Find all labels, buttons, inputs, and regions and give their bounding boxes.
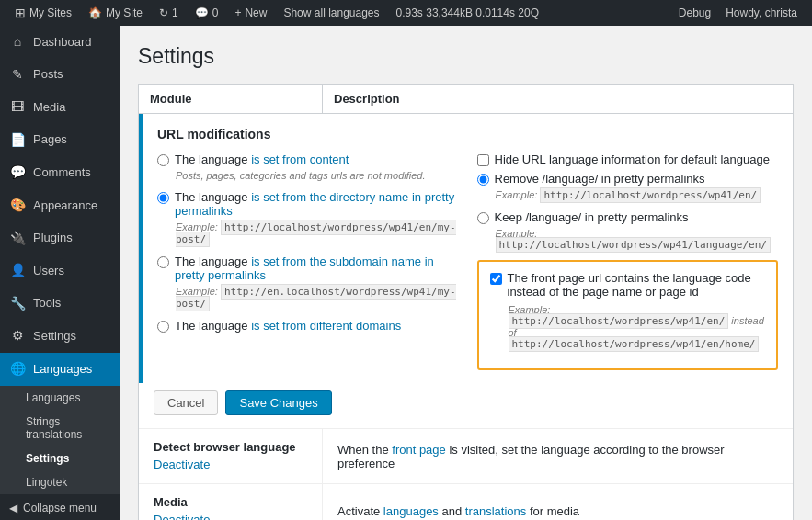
sidebar-item-settings[interactable]: ⚙ Settings bbox=[0, 320, 120, 353]
pages-icon: 📄 bbox=[9, 131, 26, 150]
radio-4-label: The language is set from different domai… bbox=[175, 319, 401, 333]
sidebar-item-users[interactable]: 👤 Users bbox=[0, 254, 120, 288]
users-icon: 👤 bbox=[9, 262, 26, 280]
updates-button[interactable]: ↻ 1 bbox=[152, 0, 186, 26]
module-row-1: Media Deactivate Activate languages and … bbox=[139, 483, 793, 520]
checkbox-hide-url: Hide URL language information for defaul… bbox=[477, 153, 779, 166]
admin-bar: ⊞ My Sites 🏠 My Site ↻ 1 💬 0 + New Show … bbox=[0, 0, 812, 26]
buttons-row: Cancel Save Changes bbox=[139, 383, 793, 428]
radio-content[interactable] bbox=[157, 154, 169, 166]
sidebar-item-dashboard[interactable]: ⌂ Dashboard bbox=[0, 26, 120, 59]
settings-icon: ⚙ bbox=[9, 327, 26, 345]
plus-icon: + bbox=[234, 6, 241, 19]
module-left-0: Detect browser language Deactivate bbox=[139, 429, 323, 483]
table-header: Module Description bbox=[139, 85, 793, 114]
sidebar-item-languages[interactable]: 🌐 Languages bbox=[0, 353, 120, 386]
collapse-menu-button[interactable]: ◀ Collapse menu bbox=[0, 494, 120, 520]
checkbox-hide-url-label: Hide URL language information for defaul… bbox=[495, 153, 770, 166]
cancel-button[interactable]: Cancel bbox=[154, 390, 218, 415]
radio-remove-label: Remove /language/ in pretty permalinks bbox=[495, 172, 705, 186]
sidebar-sub-strings-translations[interactable]: Strings translations bbox=[0, 410, 120, 447]
radio-subdomain[interactable] bbox=[157, 256, 169, 268]
media-icon: 🎞 bbox=[9, 98, 26, 117]
languages-icon: 🌐 bbox=[9, 360, 26, 379]
sidebar-item-plugins[interactable]: 🔌 Plugins bbox=[0, 222, 120, 255]
radio-row-2: The language is set from the directory n… bbox=[157, 190, 459, 218]
sidebar-languages-submenu: Languages Strings translations Settings … bbox=[0, 386, 120, 494]
collapse-icon: ◀ bbox=[9, 502, 17, 514]
example-front-page: Example: http://localhost/wordpress/wp41… bbox=[509, 304, 766, 350]
url-left-col: The language is set from content Posts, … bbox=[157, 153, 459, 370]
module-row-0: Detect browser language Deactivate When … bbox=[139, 428, 793, 483]
radio-1-link[interactable]: is set from content bbox=[251, 153, 349, 166]
radio-2-link[interactable]: is set from the directory name in pretty… bbox=[175, 190, 454, 218]
radio-3-label: The language is set from the subdomain n… bbox=[175, 254, 459, 282]
radio-directory[interactable] bbox=[157, 192, 169, 204]
appearance-icon: 🎨 bbox=[9, 197, 26, 215]
checkbox-front-page-input[interactable] bbox=[490, 273, 502, 285]
radio-3-link[interactable]: is set from the subdomain name in pretty… bbox=[175, 254, 434, 282]
front-page-link-0[interactable]: front page bbox=[392, 443, 446, 457]
sidebar-item-media[interactable]: 🎞 Media bbox=[0, 91, 120, 124]
radio-remove-input[interactable] bbox=[477, 174, 489, 186]
debug-button[interactable]: Debug bbox=[671, 0, 718, 26]
url-grid: The language is set from content Posts, … bbox=[157, 153, 778, 370]
url-section-content: URL modifications The language is set fr… bbox=[143, 114, 793, 383]
module-name-0: Detect browser language bbox=[154, 440, 307, 454]
howdy-menu[interactable]: Howdy, christa bbox=[718, 0, 805, 26]
example-1-text: Posts, pages, categories and tags urls a… bbox=[176, 170, 459, 181]
checkbox-front-page: The front page url contains the language… bbox=[490, 271, 766, 299]
radio-1-label: The language is set from content bbox=[175, 153, 349, 166]
my-site-link[interactable]: 🏠 My Site bbox=[81, 0, 150, 26]
module-deactivate-1[interactable]: Deactivate bbox=[154, 513, 210, 520]
sidebar-item-pages[interactable]: 📄 Pages bbox=[0, 124, 120, 157]
comment-icon: 💬 bbox=[195, 6, 209, 19]
tools-icon: 🔧 bbox=[9, 295, 26, 313]
admin-bar-right: Debug Howdy, christa bbox=[671, 0, 805, 26]
radio-row-3: The language is set from the subdomain n… bbox=[157, 254, 459, 282]
page-title: Settings bbox=[138, 44, 794, 69]
radio-4-link[interactable]: is set from different domains bbox=[251, 319, 401, 333]
sidebar-item-comments[interactable]: 💬 Comments bbox=[0, 156, 120, 189]
settings-box: Module Description URL modifications The… bbox=[138, 84, 794, 520]
checkbox-front-page-label: The front page url contains the language… bbox=[508, 271, 766, 299]
languages-link-1[interactable]: languages bbox=[383, 504, 439, 518]
translations-link-1[interactable]: translations bbox=[465, 504, 526, 518]
sidebar-item-posts[interactable]: ✎ Posts bbox=[0, 59, 120, 92]
module-desc-1: Activate languages and translations for … bbox=[323, 484, 793, 520]
sidebar-sub-lingotek[interactable]: Lingotek bbox=[0, 470, 120, 494]
highlight-box: The front page url contains the language… bbox=[477, 260, 779, 370]
home-icon: 🏠 bbox=[88, 6, 102, 19]
col-module-header: Module bbox=[139, 85, 323, 113]
example-3-text: Example: http://en.localhost/wordpress/w… bbox=[176, 286, 459, 310]
radio-keep-input[interactable] bbox=[477, 212, 489, 224]
url-section-title: URL modifications bbox=[157, 127, 778, 141]
checkbox-hide-url-input[interactable] bbox=[477, 154, 489, 166]
new-content-button[interactable]: + New bbox=[227, 0, 274, 26]
example-remove-text: Example: http://localhost/wordpress/wp41… bbox=[496, 189, 779, 201]
module-deactivate-0[interactable]: Deactivate bbox=[154, 458, 210, 471]
save-changes-button[interactable]: Save Changes bbox=[225, 390, 331, 415]
radio-keep-label: Keep /language/ in pretty permalinks bbox=[495, 210, 689, 224]
radio-row-1: The language is set from content bbox=[157, 153, 459, 166]
sidebar-item-tools[interactable]: 🔧 Tools bbox=[0, 288, 120, 321]
sidebar-sub-settings[interactable]: Settings bbox=[0, 447, 120, 470]
col-description-header: Description bbox=[323, 85, 793, 113]
sidebar-item-appearance[interactable]: 🎨 Appearance bbox=[0, 189, 120, 222]
layout: ⌂ Dashboard ✎ Posts 🎞 Media 📄 Pages 💬 Co… bbox=[0, 26, 812, 520]
refresh-icon: ↻ bbox=[159, 6, 168, 19]
radio-2-label: The language is set from the directory n… bbox=[175, 190, 459, 218]
example-keep-text: Example: http://localhost/wordpress/wp41… bbox=[496, 228, 779, 251]
url-modifications-section: URL modifications The language is set fr… bbox=[139, 114, 793, 383]
comments-button[interactable]: 💬 0 bbox=[188, 0, 226, 26]
radio-row-4: The language is set from different domai… bbox=[157, 319, 459, 333]
comments-icon: 💬 bbox=[9, 164, 26, 182]
show-all-languages[interactable]: Show all languages bbox=[276, 0, 386, 26]
sidebar-sub-languages[interactable]: Languages bbox=[0, 386, 120, 410]
dashboard-icon: ⌂ bbox=[9, 33, 26, 51]
radio-domains[interactable] bbox=[157, 321, 169, 333]
my-sites-menu[interactable]: ⊞ My Sites bbox=[7, 0, 79, 26]
posts-icon: ✎ bbox=[9, 66, 26, 85]
main-content: Settings Module Description URL modifica… bbox=[120, 26, 812, 520]
example-2-text: Example: http://localhost/wordpress/wp41… bbox=[176, 221, 459, 245]
